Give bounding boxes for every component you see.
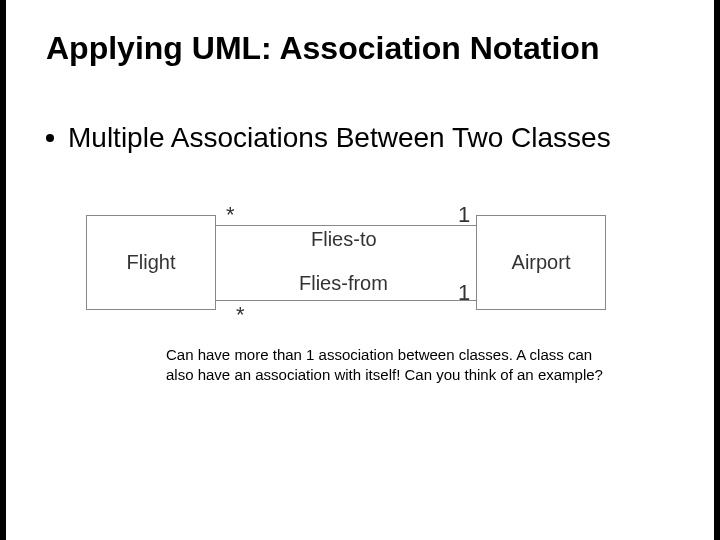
multiplicity-top-left: *: [226, 202, 235, 228]
class-flight: Flight: [86, 215, 216, 310]
caption-text: Can have more than 1 association between…: [166, 345, 606, 384]
multiplicity-bot-right: 1: [458, 280, 470, 306]
association-line-bottom: [216, 300, 476, 301]
association-label-top: Flies-to: [311, 228, 377, 251]
slide-title: Applying UML: Association Notation: [46, 30, 599, 67]
multiplicity-bot-left: *: [236, 302, 245, 328]
association-label-bottom: Flies-from: [299, 272, 388, 295]
class-airport: Airport: [476, 215, 606, 310]
slide: Applying UML: Association Notation Multi…: [6, 0, 714, 540]
multiplicity-top-right: 1: [458, 202, 470, 228]
bullet-text: Multiple Associations Between Two Classe…: [68, 120, 611, 155]
bullet-dot-icon: [46, 134, 54, 142]
uml-diagram: Flight Airport * 1 Flies-to * 1 Flies-fr…: [86, 210, 646, 330]
bullet-item: Multiple Associations Between Two Classe…: [46, 120, 611, 155]
association-line-top: [216, 225, 476, 226]
